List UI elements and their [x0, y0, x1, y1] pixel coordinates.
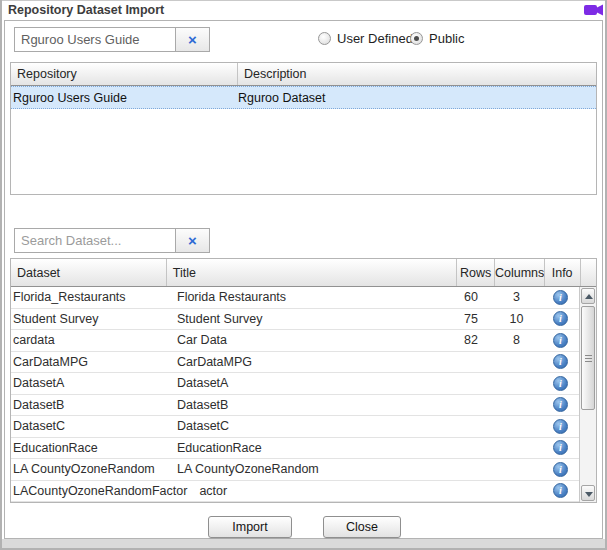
repository-row-selected[interactable]: Rguroo Users Guide Rguroo Dataset: [11, 86, 596, 109]
info-column-header[interactable]: Info: [544, 259, 580, 286]
info-icon[interactable]: i: [553, 419, 568, 434]
window-frame-strip: [2, 539, 605, 548]
dataset-cell: DatasetC: [11, 419, 171, 433]
title-column-header[interactable]: Title: [166, 259, 456, 286]
scrollbar-header-cell: [580, 259, 596, 286]
scroll-down-button[interactable]: [581, 485, 595, 501]
repository-cell: Rguroo Users Guide: [11, 91, 237, 105]
info-icon[interactable]: i: [553, 376, 568, 391]
columns-cell: 3: [491, 290, 542, 304]
radio-public[interactable]: Public: [410, 31, 464, 46]
radio-user-defined-circle[interactable]: [318, 32, 331, 45]
dataset-cell: Student Survey: [11, 312, 171, 326]
title-cell: DatasetA: [171, 376, 451, 390]
repository-search-clear-icon[interactable]: ×: [176, 27, 210, 52]
table-row[interactable]: Florida_Restaurants Florida Restaurants …: [11, 287, 579, 309]
info-cell: i: [542, 440, 579, 455]
title-cell: DatasetB: [171, 398, 451, 412]
video-tutorial-icon[interactable]: [584, 4, 604, 16]
table-row[interactable]: DatasetB DatasetB i: [11, 395, 579, 417]
info-icon[interactable]: i: [553, 483, 568, 498]
description-cell: Rguroo Dataset: [237, 91, 596, 105]
dataset-table: Dataset Title Rows Columns Info Florida_…: [10, 258, 597, 503]
dataset-cell: LA CountyOzoneRandom: [11, 462, 171, 476]
repository-table-header: Repository Description: [11, 63, 596, 86]
info-icon[interactable]: i: [553, 462, 568, 477]
repository-table: Repository Description Rguroo Users Guid…: [10, 62, 597, 195]
title-cell: actor: [193, 484, 451, 498]
info-cell: i: [542, 311, 579, 326]
dialog-title: Repository Dataset Import: [8, 3, 164, 17]
info-cell: i: [542, 419, 579, 434]
dataset-table-body: Florida_Restaurants Florida Restaurants …: [11, 287, 596, 502]
arrow-down-icon: [585, 492, 593, 497]
dataset-cell: Florida_Restaurants: [11, 290, 171, 304]
scrollbar-thumb[interactable]: [581, 306, 595, 410]
arrow-up-icon: [585, 294, 593, 299]
info-cell: i: [542, 462, 579, 477]
repository-column-header[interactable]: Repository: [11, 63, 237, 85]
columns-cell: 10: [491, 312, 542, 326]
title-cell: Car Data: [171, 333, 451, 347]
thumb-grip-icon: [585, 355, 592, 362]
table-row[interactable]: CarDataMPG CarDataMPG i: [11, 352, 579, 374]
dataset-cell: DatasetA: [11, 376, 171, 390]
info-cell: i: [542, 290, 579, 305]
info-cell: i: [542, 354, 579, 369]
info-cell: i: [542, 397, 579, 412]
dataset-search-input[interactable]: [14, 228, 176, 253]
table-row[interactable]: LACountyOzoneRandomFactor actor i: [11, 481, 579, 503]
close-button[interactable]: Close: [323, 516, 401, 538]
info-icon[interactable]: i: [553, 290, 568, 305]
description-column-header[interactable]: Description: [237, 63, 596, 85]
info-icon[interactable]: i: [553, 354, 568, 369]
info-cell: i: [542, 376, 579, 391]
import-button[interactable]: Import: [208, 516, 292, 538]
title-cell: Florida Restaurants: [171, 290, 451, 304]
title-cell: EducationRace: [171, 441, 451, 455]
info-icon[interactable]: i: [553, 333, 568, 348]
radio-public-label: Public: [429, 31, 464, 46]
columns-column-header[interactable]: Columns: [494, 259, 543, 286]
vertical-scrollbar[interactable]: [579, 287, 596, 502]
rows-column-header[interactable]: Rows: [456, 259, 495, 286]
dataset-cell: cardata: [11, 333, 171, 347]
table-row[interactable]: DatasetC DatasetC i: [11, 416, 579, 438]
title-cell: CarDataMPG: [171, 355, 451, 369]
table-row[interactable]: Student Survey Student Survey 75 10 i: [11, 309, 579, 331]
dataset-search-clear-icon[interactable]: ×: [176, 228, 210, 253]
title-cell: Student Survey: [171, 312, 451, 326]
columns-cell: 8: [491, 333, 542, 347]
radio-user-defined[interactable]: User Defined: [318, 31, 413, 46]
title-cell: DatasetC: [171, 419, 451, 433]
info-icon[interactable]: i: [553, 311, 568, 326]
dataset-cell: EducationRace: [11, 441, 171, 455]
title-cell: LA CountyOzoneRandom: [171, 462, 451, 476]
table-row[interactable]: DatasetA DatasetA i: [11, 373, 579, 395]
dataset-column-header[interactable]: Dataset: [11, 259, 166, 286]
window-frame-left: [0, 0, 2, 550]
rows-cell: 82: [451, 333, 491, 347]
repository-search-input[interactable]: [14, 27, 176, 52]
dataset-cell: LACountyOzoneRandomFactor: [11, 484, 193, 498]
radio-user-defined-label: User Defined: [337, 31, 413, 46]
table-row[interactable]: LA CountyOzoneRandom LA CountyOzoneRando…: [11, 459, 579, 481]
window-frame-top: [0, 0, 607, 1]
rows-cell: 75: [451, 312, 491, 326]
info-icon[interactable]: i: [553, 440, 568, 455]
scroll-up-button[interactable]: [581, 288, 595, 304]
dataset-cell: CarDataMPG: [11, 355, 171, 369]
dataset-cell: DatasetB: [11, 398, 171, 412]
rows-cell: 60: [451, 290, 491, 304]
dataset-rows: Florida_Restaurants Florida Restaurants …: [11, 287, 579, 502]
dataset-table-header: Dataset Title Rows Columns Info: [11, 259, 596, 287]
info-cell: i: [542, 333, 579, 348]
info-cell: i: [542, 483, 579, 498]
repository-dataset-import-dialog: Repository Dataset Import × User Defined…: [0, 0, 607, 550]
radio-public-circle[interactable]: [410, 32, 423, 45]
info-icon[interactable]: i: [553, 397, 568, 412]
table-row[interactable]: cardata Car Data 82 8 i: [11, 330, 579, 352]
table-row[interactable]: EducationRace EducationRace i: [11, 438, 579, 460]
